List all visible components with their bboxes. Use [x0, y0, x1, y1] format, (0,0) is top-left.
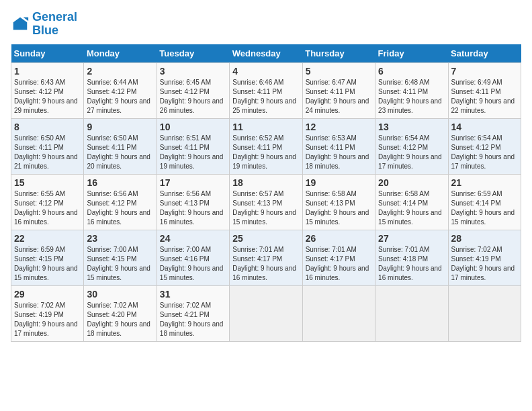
calendar-cell: 2 Sunrise: 6:44 AM Sunset: 4:12 PM Dayli…	[84, 62, 157, 118]
day-detail: Sunrise: 7:00 AM Sunset: 4:15 PM Dayligh…	[87, 245, 153, 283]
day-number: 17	[160, 177, 226, 188]
calendar-cell: 4 Sunrise: 6:46 AM Sunset: 4:11 PM Dayli…	[230, 62, 302, 118]
calendar-week-4: 22 Sunrise: 6:59 AM Sunset: 4:15 PM Dayl…	[11, 230, 521, 285]
calendar-cell: 19 Sunrise: 6:58 AM Sunset: 4:13 PM Dayl…	[302, 174, 375, 230]
day-number: 10	[160, 122, 226, 132]
calendar-week-1: 1 Sunrise: 6:43 AM Sunset: 4:12 PM Dayli…	[11, 62, 521, 118]
calendar-cell: 15 Sunrise: 6:55 AM Sunset: 4:12 PM Dayl…	[11, 174, 84, 230]
day-number: 30	[87, 289, 153, 300]
calendar-cell: 1 Sunrise: 6:43 AM Sunset: 4:12 PM Dayli…	[11, 62, 84, 118]
calendar-cell: 24 Sunrise: 7:00 AM Sunset: 4:16 PM Dayl…	[157, 230, 229, 285]
logo-text: General Blue	[32, 11, 77, 38]
day-detail: Sunrise: 7:01 AM Sunset: 4:18 PM Dayligh…	[378, 245, 445, 283]
calendar-cell: 27 Sunrise: 7:01 AM Sunset: 4:18 PM Dayl…	[375, 230, 448, 285]
day-number: 5	[306, 66, 372, 77]
day-number: 23	[87, 233, 153, 244]
day-number: 19	[306, 177, 372, 188]
calendar-cell: 25 Sunrise: 7:01 AM Sunset: 4:17 PM Dayl…	[230, 230, 302, 285]
calendar-week-5: 29 Sunrise: 7:02 AM Sunset: 4:19 PM Dayl…	[11, 285, 521, 341]
calendar-week-3: 15 Sunrise: 6:55 AM Sunset: 4:12 PM Dayl…	[11, 174, 521, 230]
calendar-cell: 3 Sunrise: 6:45 AM Sunset: 4:12 PM Dayli…	[157, 62, 229, 118]
day-detail: Sunrise: 6:45 AM Sunset: 4:12 PM Dayligh…	[160, 78, 226, 116]
calendar-cell: 14 Sunrise: 6:54 AM Sunset: 4:12 PM Dayl…	[448, 118, 521, 174]
calendar-cell: 21 Sunrise: 6:59 AM Sunset: 4:14 PM Dayl…	[448, 174, 521, 230]
day-number: 4	[232, 66, 299, 77]
day-number: 9	[87, 122, 153, 132]
day-number: 16	[87, 177, 153, 188]
calendar-cell: 5 Sunrise: 6:47 AM Sunset: 4:11 PM Dayli…	[302, 62, 375, 118]
day-number: 18	[232, 177, 299, 188]
weekday-header-saturday: Saturday	[448, 44, 521, 63]
calendar-cell: 13 Sunrise: 6:54 AM Sunset: 4:12 PM Dayl…	[375, 118, 448, 174]
day-number: 15	[14, 177, 81, 188]
page-header: General Blue	[11, 11, 521, 38]
calendar-cell: 12 Sunrise: 6:53 AM Sunset: 4:11 PM Dayl…	[302, 118, 375, 174]
day-detail: Sunrise: 6:57 AM Sunset: 4:13 PM Dayligh…	[232, 189, 299, 227]
calendar-cell: 26 Sunrise: 7:01 AM Sunset: 4:17 PM Dayl…	[302, 230, 375, 285]
calendar-cell	[375, 285, 448, 341]
day-number: 8	[14, 122, 81, 132]
calendar-cell	[302, 285, 375, 341]
day-number: 12	[306, 122, 372, 132]
day-number: 1	[14, 66, 81, 77]
day-number: 14	[451, 122, 518, 132]
day-number: 27	[378, 233, 445, 244]
day-number: 20	[378, 177, 445, 188]
day-detail: Sunrise: 6:47 AM Sunset: 4:11 PM Dayligh…	[306, 78, 372, 116]
calendar-cell: 16 Sunrise: 6:56 AM Sunset: 4:12 PM Dayl…	[84, 174, 157, 230]
calendar-cell: 31 Sunrise: 7:02 AM Sunset: 4:21 PM Dayl…	[157, 285, 229, 341]
day-detail: Sunrise: 7:01 AM Sunset: 4:17 PM Dayligh…	[232, 245, 299, 283]
day-detail: Sunrise: 7:02 AM Sunset: 4:21 PM Dayligh…	[160, 301, 226, 338]
day-detail: Sunrise: 7:02 AM Sunset: 4:19 PM Dayligh…	[451, 245, 518, 283]
day-detail: Sunrise: 6:48 AM Sunset: 4:11 PM Dayligh…	[378, 78, 445, 116]
weekday-header-monday: Monday	[84, 44, 157, 63]
calendar-cell	[230, 285, 302, 341]
weekday-header-thursday: Thursday	[302, 44, 375, 63]
day-detail: Sunrise: 6:58 AM Sunset: 4:14 PM Dayligh…	[378, 189, 445, 227]
day-number: 11	[232, 122, 299, 132]
day-number: 24	[160, 233, 226, 244]
day-detail: Sunrise: 6:54 AM Sunset: 4:12 PM Dayligh…	[378, 134, 445, 171]
day-number: 3	[160, 66, 226, 77]
weekday-header-sunday: Sunday	[11, 44, 84, 63]
day-detail: Sunrise: 6:49 AM Sunset: 4:11 PM Dayligh…	[451, 78, 518, 116]
day-detail: Sunrise: 6:56 AM Sunset: 4:12 PM Dayligh…	[87, 189, 153, 227]
day-number: 13	[378, 122, 445, 132]
calendar-cell: 17 Sunrise: 6:56 AM Sunset: 4:13 PM Dayl…	[157, 174, 229, 230]
svg-marker-0	[13, 17, 28, 30]
day-detail: Sunrise: 6:55 AM Sunset: 4:12 PM Dayligh…	[14, 189, 81, 227]
calendar-table: SundayMondayTuesdayWednesdayThursdayFrid…	[11, 44, 521, 342]
day-number: 31	[160, 289, 226, 300]
weekday-header-friday: Friday	[375, 44, 448, 63]
calendar-cell: 28 Sunrise: 7:02 AM Sunset: 4:19 PM Dayl…	[448, 230, 521, 285]
day-detail: Sunrise: 6:54 AM Sunset: 4:12 PM Dayligh…	[451, 134, 518, 171]
logo-icon	[11, 15, 30, 34]
calendar-cell: 18 Sunrise: 6:57 AM Sunset: 4:13 PM Dayl…	[230, 174, 302, 230]
day-detail: Sunrise: 7:02 AM Sunset: 4:19 PM Dayligh…	[14, 301, 81, 338]
day-detail: Sunrise: 6:44 AM Sunset: 4:12 PM Dayligh…	[87, 78, 153, 116]
calendar-cell: 8 Sunrise: 6:50 AM Sunset: 4:11 PM Dayli…	[11, 118, 84, 174]
day-detail: Sunrise: 7:02 AM Sunset: 4:20 PM Dayligh…	[87, 301, 153, 338]
day-detail: Sunrise: 7:01 AM Sunset: 4:17 PM Dayligh…	[306, 245, 372, 283]
day-detail: Sunrise: 6:59 AM Sunset: 4:14 PM Dayligh…	[451, 189, 518, 227]
calendar-cell: 10 Sunrise: 6:51 AM Sunset: 4:11 PM Dayl…	[157, 118, 229, 174]
day-detail: Sunrise: 6:56 AM Sunset: 4:13 PM Dayligh…	[160, 189, 226, 227]
calendar-cell: 23 Sunrise: 7:00 AM Sunset: 4:15 PM Dayl…	[84, 230, 157, 285]
day-detail: Sunrise: 7:00 AM Sunset: 4:16 PM Dayligh…	[160, 245, 226, 283]
day-detail: Sunrise: 6:59 AM Sunset: 4:15 PM Dayligh…	[14, 245, 81, 283]
day-number: 26	[306, 233, 372, 244]
weekday-header-tuesday: Tuesday	[157, 44, 229, 63]
day-detail: Sunrise: 6:53 AM Sunset: 4:11 PM Dayligh…	[306, 134, 372, 171]
calendar-cell: 30 Sunrise: 7:02 AM Sunset: 4:20 PM Dayl…	[84, 285, 157, 341]
day-detail: Sunrise: 6:51 AM Sunset: 4:11 PM Dayligh…	[160, 134, 226, 171]
day-number: 22	[14, 233, 81, 244]
calendar-cell: 22 Sunrise: 6:59 AM Sunset: 4:15 PM Dayl…	[11, 230, 84, 285]
day-detail: Sunrise: 6:50 AM Sunset: 4:11 PM Dayligh…	[14, 134, 81, 171]
day-detail: Sunrise: 6:52 AM Sunset: 4:11 PM Dayligh…	[232, 134, 299, 171]
calendar-cell: 7 Sunrise: 6:49 AM Sunset: 4:11 PM Dayli…	[448, 62, 521, 118]
calendar-cell: 9 Sunrise: 6:50 AM Sunset: 4:11 PM Dayli…	[84, 118, 157, 174]
calendar-cell: 11 Sunrise: 6:52 AM Sunset: 4:11 PM Dayl…	[230, 118, 302, 174]
calendar-cell: 20 Sunrise: 6:58 AM Sunset: 4:14 PM Dayl…	[375, 174, 448, 230]
day-number: 29	[14, 289, 81, 300]
day-number: 25	[232, 233, 299, 244]
